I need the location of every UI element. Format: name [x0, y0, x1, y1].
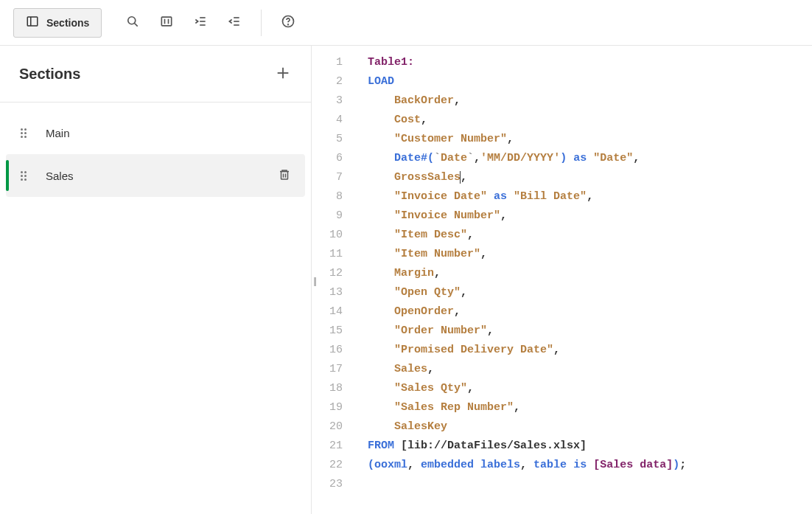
section-item-label: Main: [46, 127, 295, 139]
svg-line-3: [135, 24, 138, 27]
section-item-label: Sales: [46, 170, 274, 182]
comment-toggle-button[interactable]: [152, 8, 181, 38]
code-line[interactable]: Margin,: [368, 264, 812, 283]
outdent-button[interactable]: [220, 8, 249, 38]
line-number: 20: [312, 417, 353, 437]
drag-handle-icon[interactable]: [21, 128, 29, 138]
sidebar-header: Sections: [0, 46, 311, 103]
svg-rect-0: [27, 17, 38, 26]
line-gutter: 1234567891011121314151617181920212223: [312, 46, 353, 514]
delete-section-button[interactable]: [274, 165, 295, 186]
sections-toggle-button[interactable]: Sections: [13, 8, 102, 38]
code-line[interactable]: "Sales Qty",: [368, 379, 812, 398]
code-line[interactable]: Table1:: [368, 53, 812, 72]
line-number: 1: [312, 53, 353, 72]
code-line[interactable]: Date#(`Date`,'MM/DD/YYYY') as "Date",: [368, 149, 812, 168]
code-line[interactable]: "Promised Delivery Date",: [368, 341, 812, 360]
code-line[interactable]: (ooxml, embedded labels, table is [Sales…: [368, 456, 812, 475]
line-number: 6: [312, 149, 353, 168]
sections-toggle-label: Sections: [46, 17, 89, 29]
drag-handle-icon[interactable]: [21, 171, 29, 181]
line-number: 16: [312, 341, 353, 360]
sections-sidebar: Sections MainSales ||: [0, 46, 312, 514]
toolbar: Sections: [0, 0, 812, 46]
section-list: MainSales: [0, 103, 311, 206]
line-number: 3: [312, 91, 353, 111]
panel-icon: [26, 15, 39, 30]
line-number: 22: [312, 456, 353, 475]
indent-icon: [193, 14, 208, 31]
section-item-sales[interactable]: Sales: [6, 154, 305, 197]
svg-rect-4: [162, 17, 172, 26]
line-number: 14: [312, 302, 353, 322]
code-line[interactable]: "Open Qty",: [368, 283, 812, 302]
help-icon: [281, 14, 295, 31]
code-editor[interactable]: 1234567891011121314151617181920212223 Ta…: [312, 46, 812, 514]
code-line[interactable]: BackOrder,: [368, 91, 812, 111]
sidebar-title: Sections: [19, 66, 80, 83]
toolbar-separator: [261, 10, 262, 36]
code-line[interactable]: "Sales Rep Number",: [368, 398, 812, 417]
code-line[interactable]: "Invoice Date" as "Bill Date",: [368, 187, 812, 206]
line-number: 12: [312, 264, 353, 283]
line-number: 13: [312, 283, 353, 302]
line-number: 2: [312, 72, 353, 91]
indent-button[interactable]: [186, 8, 215, 38]
code-line[interactable]: LOAD: [368, 72, 812, 91]
code-content[interactable]: Table1:LOAD BackOrder, Cost, "Customer N…: [353, 46, 812, 514]
outdent-icon: [227, 14, 242, 31]
search-icon: [125, 14, 140, 31]
code-line[interactable]: "Order Number",: [368, 322, 812, 341]
line-number: 21: [312, 437, 353, 456]
code-line[interactable]: "Customer Number",: [368, 130, 812, 149]
search-button[interactable]: [118, 8, 147, 38]
line-number: 8: [312, 187, 353, 206]
code-line[interactable]: GrossSales,: [368, 168, 812, 187]
line-number: 19: [312, 398, 353, 417]
code-line[interactable]: Cost,: [368, 111, 812, 130]
line-number: 9: [312, 206, 353, 226]
line-number: 7: [312, 168, 353, 187]
code-line[interactable]: "Invoice Number",: [368, 206, 812, 226]
code-line[interactable]: "Item Number",: [368, 245, 812, 264]
code-line[interactable]: "Item Desc",: [368, 226, 812, 245]
line-number: 23: [312, 475, 353, 494]
trash-icon: [278, 168, 291, 184]
line-number: 17: [312, 360, 353, 379]
line-number: 4: [312, 111, 353, 130]
code-line[interactable]: [368, 475, 812, 494]
svg-rect-20: [281, 171, 288, 179]
code-line[interactable]: OpenOrder,: [368, 302, 812, 322]
svg-point-14: [288, 24, 289, 25]
section-item-main[interactable]: Main: [6, 111, 305, 154]
sidebar-resize-handle[interactable]: ||: [313, 274, 315, 285]
code-line[interactable]: Sales,: [368, 360, 812, 379]
line-number: 10: [312, 226, 353, 245]
code-line[interactable]: FROM [lib://DataFiles/Sales.xlsx]: [368, 437, 812, 456]
code-line[interactable]: SalesKey: [368, 417, 812, 437]
comment-icon: [159, 14, 174, 31]
plus-icon: [275, 65, 291, 83]
line-number: 15: [312, 322, 353, 341]
svg-point-2: [128, 17, 136, 24]
add-section-button[interactable]: [271, 62, 295, 86]
help-button[interactable]: [273, 8, 303, 38]
main-area: Sections MainSales || 123456789101112131…: [0, 46, 812, 514]
line-number: 18: [312, 379, 353, 398]
line-number: 11: [312, 245, 353, 264]
line-number: 5: [312, 130, 353, 149]
